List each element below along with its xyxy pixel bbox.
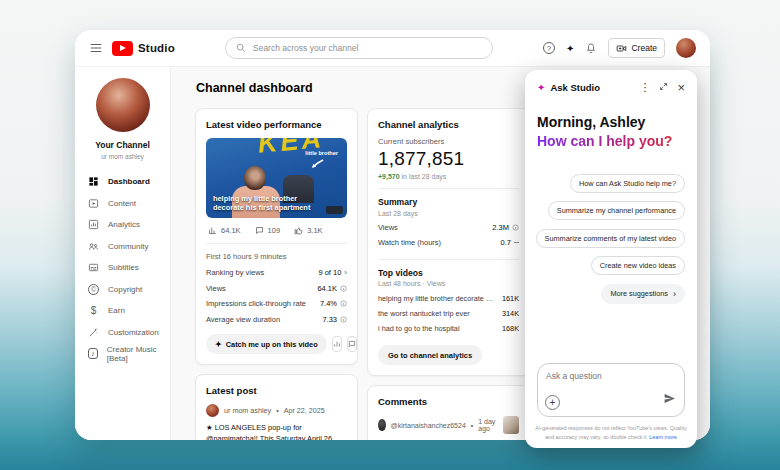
suggestion-chip[interactable]: Create new video ideas — [591, 256, 685, 275]
ask-studio-panel: ✦ Ask Studio ⋮ × Morning, Ashley How can… — [525, 70, 697, 448]
sidebar-item-creator-music[interactable]: ♪ Creator Music [Beta] — [75, 343, 170, 365]
greeting-question: How can I help you? — [537, 132, 685, 151]
sidebar-item-customization[interactable]: Customization — [75, 322, 170, 344]
summary-title: Summary — [378, 197, 519, 207]
sidebar-item-analytics[interactable]: Analytics — [75, 214, 170, 236]
studio-logo-text: Studio — [138, 42, 175, 54]
suggestion-chip[interactable]: Summarize my channel performance — [548, 201, 685, 220]
suggestion-chip[interactable]: Summarize comments of my latest video — [536, 229, 685, 248]
catch-me-up-label: Catch me up on this video — [226, 340, 318, 349]
post-header: ur mom ashley • Apr 22, 2025 — [206, 404, 347, 417]
video-comments-button[interactable] — [347, 336, 357, 352]
sidebar-item-content[interactable]: Content — [75, 193, 170, 215]
metric-row-ranking[interactable]: Ranking by views 9 of 10› — [206, 265, 347, 281]
comment-video-thumbnail — [503, 416, 519, 434]
likes-stat: 3.1K — [294, 226, 322, 235]
sidebar-item-community[interactable]: Community — [75, 236, 170, 258]
summary-label: Views — [378, 223, 398, 232]
ask-question-input[interactable] — [546, 371, 676, 391]
search-input[interactable] — [253, 43, 482, 53]
post-author-avatar[interactable] — [206, 404, 219, 417]
card-title: Comments — [378, 396, 519, 407]
comment-item[interactable]: @kirtanaishanchez6524 • 1 day ago This i… — [378, 416, 519, 440]
latest-post-card: Latest post ur mom ashley • Apr 22, 2025… — [195, 374, 358, 440]
divider — [378, 188, 519, 189]
annotation-arrow-icon — [309, 158, 325, 172]
top-videos-period: Last 48 hours · Views — [378, 280, 519, 287]
summary-value: 2.3M — [492, 223, 509, 232]
top-video-title: i had to go to the hospital — [378, 324, 460, 333]
summary-row-watch-time[interactable]: Watch time (hours) 0.7 — [378, 235, 519, 251]
top-video-row[interactable]: helping my little brother decorate his f… — [378, 291, 519, 306]
summary-row-views[interactable]: Views 2.3M — [378, 220, 519, 236]
catch-me-up-button[interactable]: ✦ Catch me up on this video — [206, 334, 327, 354]
metric-value: 7.33 — [322, 315, 337, 324]
more-suggestions-chip[interactable]: More suggestions › — [601, 284, 685, 304]
metric-value: 7.4% — [320, 299, 337, 308]
current-subscribers-label: Current subscribers — [378, 137, 519, 146]
metric-row-avd[interactable]: Average view duration 7.33 — [206, 312, 347, 328]
thumbnail-ikea-sign: KEA — [257, 138, 325, 160]
help-icon[interactable]: ? — [543, 42, 555, 54]
top-video-row[interactable]: the worst nantucket trip ever 314K — [378, 306, 519, 321]
sidebar-item-dashboard[interactable]: Dashboard — [75, 171, 170, 193]
sidebar-item-subtitles[interactable]: Subtitles — [75, 257, 170, 279]
notifications-bell-icon[interactable] — [585, 42, 597, 54]
create-button[interactable]: Create — [608, 38, 665, 58]
video-cta-row: ✦ Catch me up on this video — [206, 334, 347, 354]
divider — [206, 243, 347, 244]
sidebar-item-label: Analytics — [108, 220, 140, 229]
earn-dollar-icon: $ — [88, 305, 99, 316]
go-to-channel-analytics-button[interactable]: Go to channel analytics — [378, 345, 482, 365]
expand-icon[interactable] — [659, 82, 668, 93]
ask-studio-header: ✦ Ask Studio ⋮ × — [537, 81, 685, 94]
divider — [378, 259, 519, 260]
summary-label: Watch time (hours) — [378, 238, 441, 247]
more-options-icon[interactable]: ⋮ — [639, 82, 650, 93]
info-icon — [340, 300, 347, 307]
chevron-right-icon: › — [344, 268, 347, 277]
analytics-icon — [88, 219, 99, 230]
ai-sparkle-icon[interactable]: ✦ — [566, 43, 574, 54]
send-icon[interactable] — [663, 391, 676, 409]
ask-studio-greeting: Morning, Ashley How can I help you? — [537, 113, 685, 151]
sidebar-item-earn[interactable]: $ Earn — [75, 300, 170, 322]
latest-video-thumbnail[interactable]: KEA little brother helping my little bro… — [206, 138, 347, 218]
desktop-background: Studio ? ✦ Create — [0, 0, 780, 470]
suggestion-chip[interactable]: How can Ask Studio help me? — [570, 174, 685, 193]
search-bar[interactable] — [225, 37, 493, 59]
commenter-avatar — [378, 419, 386, 431]
video-quick-stats: 64.1K 109 3.1K — [206, 226, 347, 235]
top-video-title: the worst nantucket trip ever — [378, 309, 470, 318]
metric-value: 9 of 10 — [318, 268, 341, 277]
sidebar-item-copyright[interactable]: © Copyright — [75, 279, 170, 301]
channel-avatar[interactable] — [96, 78, 150, 132]
likes-stat-value: 3.1K — [307, 226, 322, 235]
info-icon — [340, 316, 347, 323]
comments-mini-icon — [348, 340, 356, 348]
content-icon — [88, 198, 99, 209]
sparkle-icon: ✦ — [215, 340, 222, 349]
top-video-row[interactable]: i had to go to the hospital 168K — [378, 321, 519, 336]
subscriber-delta-line: +9,570 in last 28 days — [378, 173, 519, 180]
comment-username: @kirtanaishanchez6524 — [391, 422, 466, 429]
analytics-mini-icon — [333, 340, 341, 348]
top-video-title: helping my little brother decorate his f… — [378, 294, 494, 303]
comment-header: @kirtanaishanchez6524 • 1 day ago — [378, 416, 519, 434]
metric-row-views[interactable]: Views 64.1K — [206, 281, 347, 297]
info-icon — [340, 285, 347, 292]
account-avatar[interactable] — [676, 38, 696, 58]
attach-plus-button[interactable]: + — [545, 395, 560, 410]
learn-more-link[interactable]: Learn more — [649, 434, 677, 440]
more-suggestions-label: More suggestions — [610, 289, 668, 298]
video-analytics-button[interactable] — [332, 336, 342, 352]
youtube-studio-logo[interactable]: Studio — [112, 41, 175, 56]
dashboard-icon — [88, 176, 99, 187]
metric-row-ctr[interactable]: Impressions click-through rate 7.4% — [206, 296, 347, 312]
views-stat: 64.1K — [208, 226, 241, 235]
youtube-play-icon — [112, 41, 133, 56]
close-icon[interactable]: × — [677, 81, 685, 94]
hamburger-menu-icon[interactable] — [89, 41, 103, 55]
subscriber-count: 1,877,851 — [378, 148, 519, 170]
sidebar-item-label: Customization — [108, 328, 159, 337]
